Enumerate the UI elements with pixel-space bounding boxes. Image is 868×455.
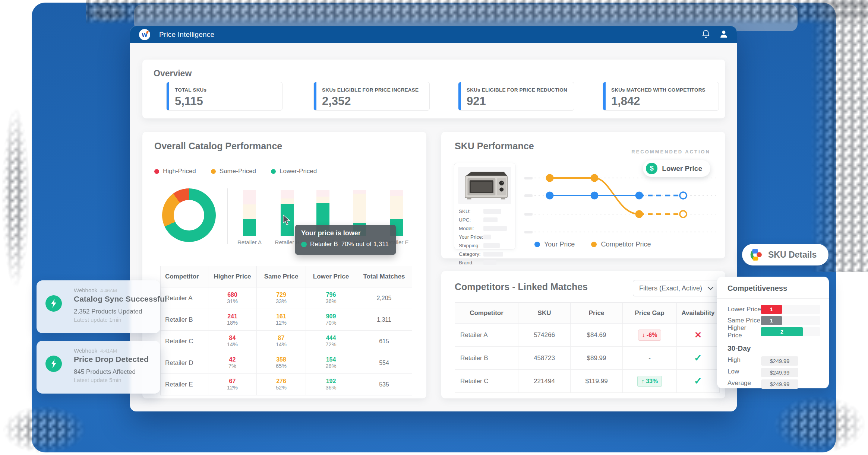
price-count-cell: 24118%: [208, 309, 257, 331]
price-gap-badge: ↓ -6%: [638, 330, 662, 341]
bar-fill: 1: [761, 316, 782, 325]
notification-detail: 2,352 Products Updated: [74, 308, 154, 315]
kpi-card: TOTAL SKUs5,115: [166, 82, 283, 111]
kpi-card: SKUs ELIGIBLE FOR PRICE REDUCTION921: [458, 82, 574, 111]
price-count-cell: 19236%: [306, 374, 356, 395]
bar-track: 1: [761, 316, 820, 325]
donut-chart[interactable]: [162, 188, 216, 242]
bell-icon[interactable]: [702, 29, 710, 40]
table-row[interactable]: Retailer A574266$84.69↓ -6%✕: [455, 324, 720, 347]
catalog-title: Overall Catalog Performance: [154, 141, 282, 152]
sku-details-label: SKU Details: [768, 250, 817, 260]
count-value: 729: [257, 292, 305, 298]
user-icon[interactable]: [720, 30, 728, 39]
placeholder-bar: [483, 252, 503, 257]
table-row[interactable]: Retailer B24118%16112%90970%1,311: [161, 309, 412, 331]
bar-segment: [353, 190, 366, 194]
y-tick-placeholder: [524, 177, 533, 179]
legend-dot-icon: [211, 169, 216, 174]
bar-segment: [390, 196, 403, 219]
stacked-bar[interactable]: [243, 190, 256, 236]
kpi-value: 5,115: [175, 95, 275, 108]
tooltip-value: 70% out of 1,311: [341, 241, 389, 248]
competitiveness-label: Lower Price: [727, 306, 761, 313]
notification-title: Catalog Sync Successful: [74, 295, 154, 303]
price-count-cell: 79636%: [306, 287, 356, 309]
kpi-label: TOTAL SKUs: [175, 87, 275, 93]
product-card[interactable]: SKU:UPC:Model:Your Price:Shipping:Catego…: [454, 163, 515, 249]
availability-cell: ✓: [677, 370, 720, 393]
competitor-cell: Retailer A: [161, 287, 208, 309]
product-field-label: Your Price:: [459, 234, 483, 240]
competitiveness-panel: Competitiveness Lower PriceSame PriceHig…: [717, 277, 829, 388]
competitor-cell: Retailer D: [161, 352, 208, 374]
competitor-cell: Retailer A: [455, 324, 518, 347]
count-percent: 52%: [257, 385, 305, 391]
product-field-row: Model:: [459, 224, 511, 233]
catalog-performance-panel: Overall Catalog Performance High-PricedS…: [142, 132, 426, 398]
legend-dot-icon: [534, 242, 540, 247]
count-percent: 36%: [306, 385, 356, 391]
sku-cell: 574266: [518, 324, 571, 347]
competitor-cell: Retailer C: [455, 370, 518, 393]
table-row[interactable]: Retailer E6712%27652%19236%535: [161, 374, 412, 395]
chevron-down-icon: [707, 286, 714, 290]
bar-segment: [353, 194, 366, 223]
sku-details-button[interactable]: SKU Details: [742, 244, 828, 265]
sku-cell: 221494: [518, 370, 571, 393]
legend-item: High-Priced: [154, 168, 196, 175]
microwave-illustration: [461, 170, 509, 201]
kpi-value: 921: [467, 95, 567, 108]
app-header: w Price Intelligence: [130, 26, 737, 43]
count-percent: 12%: [209, 385, 256, 391]
table-row[interactable]: Retailer C221494$119.99↑ 33%✓: [455, 370, 720, 393]
bar-track: 2: [761, 327, 820, 336]
table-row[interactable]: Retailer B458723$89.99-✓: [455, 347, 720, 370]
price-trend-chart[interactable]: [521, 165, 719, 251]
notification-meta: Webhook4:46AM: [74, 287, 154, 293]
count-percent: 36%: [306, 298, 356, 305]
total-matches-cell: 554: [356, 352, 412, 374]
kpi-value: 2,352: [322, 95, 423, 108]
catalog-legend: High-PricedSame-PricedLower-Priced: [154, 168, 317, 175]
count-percent: 72%: [306, 341, 356, 348]
count-value: 67: [209, 378, 256, 385]
filters-label: Filters (Exact, Active): [639, 284, 702, 292]
price-count-cell: 16112%: [257, 309, 306, 331]
price-cell: $89.99: [571, 347, 623, 370]
price-gap-badge: ↑ 33%: [637, 376, 662, 387]
lightning-icon: [45, 356, 62, 372]
price-pill: $249.99: [761, 368, 798, 377]
count-percent: 18%: [209, 320, 256, 326]
count-value: 154: [306, 356, 356, 363]
bar-segment: [316, 197, 329, 203]
thirty-day-label: Low: [727, 368, 761, 375]
column-header: Higher Price: [208, 266, 257, 287]
product-field-row: SKU:: [459, 207, 511, 216]
filters-dropdown[interactable]: Filters (Exact, Active): [633, 280, 720, 296]
x-icon: ✕: [694, 330, 702, 340]
linked-matches-table: CompetitorSKUPricePrice GapAvailabilityR…: [455, 302, 720, 393]
notification-toast[interactable]: Webhook4:41AMPrice Drop Detected845 Prod…: [37, 341, 160, 394]
count-value: 276: [257, 378, 305, 385]
notification-source: Webhook: [74, 287, 97, 293]
sku-performance-title: SKU Performance: [455, 141, 534, 152]
product-field-row: Category:: [459, 250, 511, 258]
column-header: Competitor: [161, 266, 208, 287]
notification-toast[interactable]: Webhook4:46AMCatalog Sync Successful2,35…: [37, 280, 160, 333]
price-count-cell: 72933%: [257, 287, 306, 309]
y-tick-placeholder: [524, 194, 533, 197]
bar-category-label: Retailer A: [237, 239, 262, 245]
table-row[interactable]: Retailer A68031%72933%79636%2,205: [161, 287, 412, 309]
table-row[interactable]: Retailer C8414%8714%44472%615: [161, 331, 412, 352]
count-percent: 14%: [257, 341, 305, 348]
price-cell: $84.69: [571, 324, 623, 347]
count-percent: 7%: [209, 363, 256, 369]
app-logo-icon[interactable]: w: [139, 29, 150, 40]
legend-label: Your Price: [544, 241, 575, 248]
count-percent: 33%: [257, 298, 305, 305]
stacked-bar[interactable]: [281, 190, 294, 236]
table-row[interactable]: Retailer D427%35865%15428%554: [161, 352, 412, 374]
price-count-cell: 6712%: [208, 374, 257, 395]
notification-updated: Latest update 5min: [74, 377, 154, 383]
